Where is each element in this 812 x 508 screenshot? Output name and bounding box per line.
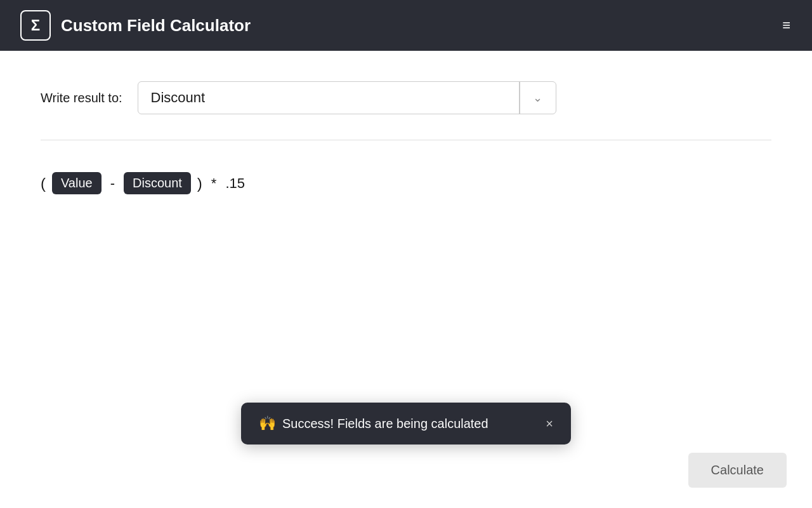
- toast-notification: 🙌 Success! Fields are being calculated ×: [241, 403, 571, 444]
- calculate-button-wrapper: Calculate: [688, 453, 787, 488]
- close-paren: ): [197, 175, 202, 192]
- app-title: Custom Field Calculator: [61, 16, 251, 36]
- toast-message: Success! Fields are being calculated: [282, 417, 488, 431]
- formula-operator-multiply: *: [211, 175, 217, 192]
- write-result-dropdown[interactable]: Discount ⌄: [138, 81, 556, 114]
- menu-icon[interactable]: ≡: [782, 18, 792, 32]
- formula-literal: .15: [225, 175, 245, 192]
- formula-field-discount[interactable]: Discount: [124, 172, 191, 194]
- toast-close-button[interactable]: ×: [546, 417, 553, 430]
- app-logo-icon: Σ: [20, 10, 51, 41]
- main-content: Write result to: Discount ⌄ ( Value - Di…: [0, 51, 812, 221]
- header-left: Σ Custom Field Calculator: [20, 10, 251, 41]
- logo-symbol: Σ: [31, 17, 40, 34]
- formula-area: ( Value - Discount ) * .15: [41, 166, 771, 201]
- formula-field-value[interactable]: Value: [52, 172, 102, 194]
- section-divider: [41, 140, 771, 140]
- write-result-row: Write result to: Discount ⌄: [41, 81, 771, 114]
- write-result-label: Write result to:: [41, 91, 122, 105]
- toast-emoji: 🙌: [259, 415, 276, 432]
- chevron-down-icon: ⌄: [520, 91, 556, 105]
- header: Σ Custom Field Calculator ≡: [0, 0, 812, 51]
- open-paren: (: [41, 175, 46, 192]
- calculate-button[interactable]: Calculate: [688, 453, 787, 488]
- write-result-value: Discount: [138, 90, 520, 106]
- toast-content: 🙌 Success! Fields are being calculated: [259, 415, 488, 432]
- formula-operator-minus: -: [110, 175, 115, 192]
